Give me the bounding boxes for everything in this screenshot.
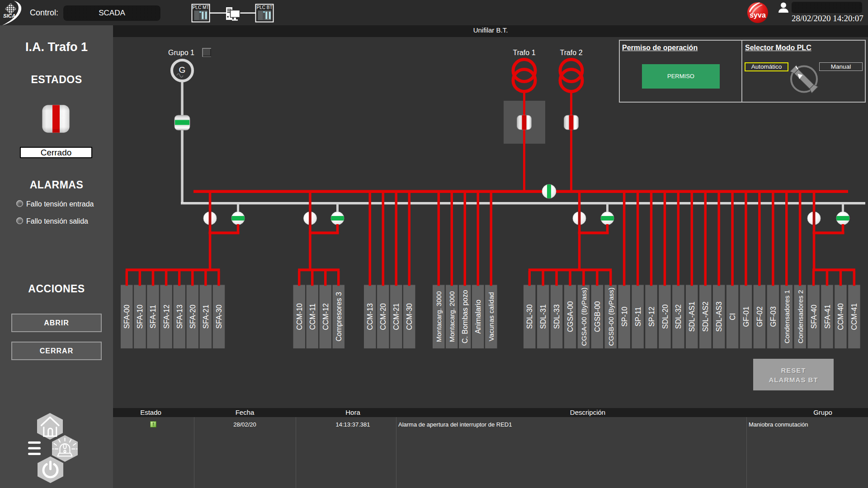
svg-text:CCM-11: CCM-11 xyxy=(309,304,316,330)
svg-text:SFA-30: SFA-30 xyxy=(215,305,223,328)
svg-text:SDL-AS2: SDL-AS2 xyxy=(702,301,709,332)
svg-text:SDL-31: SDL-31 xyxy=(539,305,547,329)
svg-text:Compresores 3: Compresores 3 xyxy=(335,292,343,341)
svg-text:GF-01: GF-01 xyxy=(742,306,750,327)
svg-text:Trafo 2: Trafo 2 xyxy=(560,49,582,56)
svg-text:Grupo 1: Grupo 1 xyxy=(168,49,194,56)
svg-text:CCM-40: CCM-40 xyxy=(837,303,844,330)
svg-text:SFA-12: SFA-12 xyxy=(163,305,170,328)
svg-text:GF-03: GF-03 xyxy=(769,306,777,327)
svg-text:SFA-11: SFA-11 xyxy=(149,305,157,328)
svg-text:SDL-AS3: SDL-AS3 xyxy=(715,301,723,332)
svg-text:Montacarg. 2000: Montacarg. 2000 xyxy=(448,291,456,343)
svg-text:SDL-30: SDL-30 xyxy=(526,305,533,329)
svg-text:SDL-32: SDL-32 xyxy=(675,305,682,329)
svg-text:CGSA-00 (ByPass): CGSA-00 (ByPass) xyxy=(580,287,588,346)
svg-text:SDL-AS1: SDL-AS1 xyxy=(688,301,696,332)
svg-text:CGSB-00 (ByPass): CGSB-00 (ByPass) xyxy=(607,287,615,346)
svg-text:Vacunas calidad: Vacunas calidad xyxy=(487,292,495,341)
svg-text:GF-02: GF-02 xyxy=(756,306,764,327)
svg-text:SFA-40: SFA-40 xyxy=(810,305,818,328)
svg-text:SP-10: SP-10 xyxy=(621,306,628,327)
svg-text:SDL-33: SDL-33 xyxy=(553,305,561,329)
svg-text:Trafo 1: Trafo 1 xyxy=(513,49,535,56)
svg-text:CGSA-00: CGSA-00 xyxy=(566,301,574,332)
svg-text:SFA-00: SFA-00 xyxy=(123,305,131,328)
svg-text:syva: syva xyxy=(750,11,766,19)
svg-text:CCM-12: CCM-12 xyxy=(322,303,330,330)
svg-text:C. Bombas pozo: C. Bombas pozo xyxy=(461,290,469,343)
svg-text:Condensadores 1: Condensadores 1 xyxy=(783,290,791,343)
svg-text:CCM-21: CCM-21 xyxy=(392,303,400,330)
svg-text:PLC BT: PLC BT xyxy=(256,5,272,10)
svg-text:Animalario: Animalario xyxy=(474,300,482,334)
svg-text:CCM-13: CCM-13 xyxy=(366,303,374,330)
svg-text:SFA-41: SFA-41 xyxy=(824,305,831,328)
svg-text:SP-12: SP-12 xyxy=(648,306,656,327)
svg-text:SDL-20: SDL-20 xyxy=(661,305,669,329)
svg-text:SFA-21: SFA-21 xyxy=(202,305,210,328)
svg-text:CCM-20: CCM-20 xyxy=(379,303,387,330)
svg-text:CCM-41: CCM-41 xyxy=(850,303,858,330)
svg-text:CI: CI xyxy=(729,313,736,320)
svg-text:Montacarg. 3000: Montacarg. 3000 xyxy=(435,291,443,343)
svg-text:SP-11: SP-11 xyxy=(634,307,642,326)
svg-text:SFA-13: SFA-13 xyxy=(176,305,184,328)
svg-text:PLC MT: PLC MT xyxy=(193,5,209,10)
svg-text:CGSB-00: CGSB-00 xyxy=(594,301,601,332)
svg-text:SFA-10: SFA-10 xyxy=(136,305,144,328)
svg-text:SFA-20: SFA-20 xyxy=(189,305,197,328)
svg-text:CCM-10: CCM-10 xyxy=(296,303,303,330)
svg-text:Condensadores 2: Condensadores 2 xyxy=(797,290,804,343)
svg-text:CCM-30: CCM-30 xyxy=(406,303,413,330)
svg-text:G: G xyxy=(179,65,186,75)
